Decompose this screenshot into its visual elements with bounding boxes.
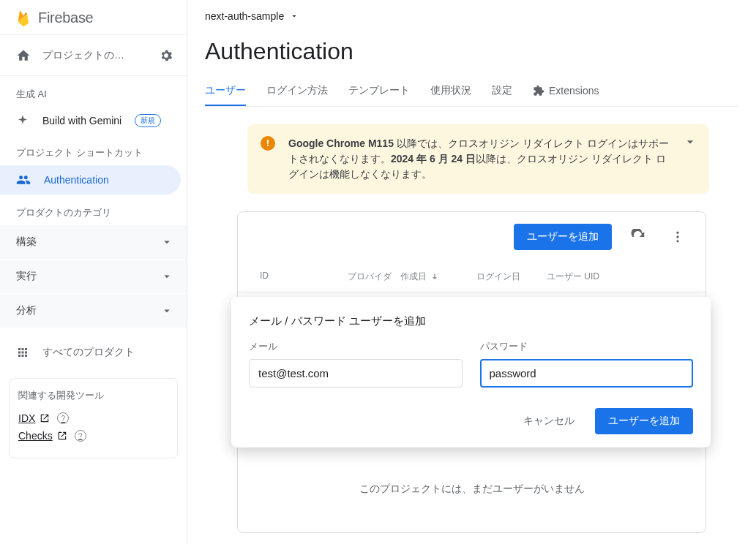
sidebar-item-all-products[interactable]: すべてのプロダクト [0,339,181,366]
category-build[interactable]: 構築 [0,225,187,260]
col-provider[interactable]: プロバイダ [343,268,396,286]
tabs-row: ユーザー ログイン方法 テンプレート 使用状況 設定 Extensions [205,77,738,107]
project-selector[interactable]: next-auth-sample [205,0,738,32]
gear-icon[interactable] [159,48,173,63]
col-created-label: 作成日 [400,271,427,283]
refresh-button[interactable] [625,224,651,250]
home-icon [16,48,31,63]
category-analyze[interactable]: 分析 [0,294,187,328]
svg-point-2 [676,240,678,242]
col-login[interactable]: ログイン日 [472,268,542,286]
authentication-label: Authentication [44,174,109,186]
col-created[interactable]: 作成日 [396,268,472,286]
tab-usage[interactable]: 使用状況 [430,77,471,106]
tool-link-checks[interactable]: Checks ? [18,430,168,442]
svg-point-1 [676,235,678,238]
email-field-label: メール [249,340,463,353]
password-field-label: パスワード [480,340,694,353]
chevron-down-icon [160,270,173,283]
col-uid[interactable]: ユーザー UID [542,268,688,286]
tab-signin-method[interactable]: ログイン方法 [266,77,328,106]
checks-label: Checks [18,430,53,442]
card-toolbar: ユーザーを追加 [238,212,706,262]
project-overview-label: プロジェクトの… [42,49,124,62]
submit-add-user-button[interactable]: ユーザーを追加 [595,408,693,434]
help-icon[interactable]: ? [75,430,86,442]
chevron-down-icon[interactable] [683,135,697,149]
apps-grid-icon [16,346,29,359]
warning-bold1: Google Chrome M115 [288,137,394,149]
main-content: next-auth-sample Authentication ユーザー ログイ… [187,0,756,544]
firebase-logo-row[interactable]: Firebase [0,0,187,35]
warning-banner: ! Google Chrome M115 以降では、クロスオリジン リダイレクト… [247,124,709,194]
dropdown-caret-icon [290,12,299,20]
people-icon [16,173,31,187]
sidebar-item-authentication[interactable]: Authentication [0,165,181,194]
section-shortcuts-label: プロジェクト ショートカット [0,135,187,165]
tab-extensions[interactable]: Extensions [533,78,599,105]
password-field[interactable] [480,359,694,388]
section-ai-label: 生成 AI [0,76,187,107]
new-badge: 新規 [135,114,161,127]
add-user-dialog: メール / パスワード ユーザーを追加 メール パスワード キャンセル ユーザー… [231,297,711,447]
external-link-icon [40,413,50,423]
category-analyze-label: 分析 [16,304,37,317]
tab-settings[interactable]: 設定 [492,77,512,106]
project-selector-label: next-auth-sample [205,10,284,22]
warning-bold2: 2024 年 6 月 24 日 [391,153,476,165]
sort-down-icon [430,272,440,282]
category-build-label: 構築 [16,235,37,249]
help-icon[interactable]: ? [57,412,69,424]
add-user-button[interactable]: ユーザーを追加 [514,224,612,250]
warning-icon: ! [261,136,275,151]
cancel-button[interactable]: キャンセル [514,409,583,434]
dev-tools-title: 関連する開発ツール [18,389,168,402]
sidebar: Firebase プロジェクトの… 生成 AI Build with Gemin… [0,0,187,544]
col-id[interactable]: ID [255,268,343,286]
chevron-down-icon [160,304,173,317]
extensions-icon [533,85,544,97]
firebase-flame-icon [16,9,31,28]
idx-label: IDX [18,412,35,424]
sparkle-icon [16,114,29,127]
sidebar-item-gemini[interactable]: Build with Gemini 新規 [0,107,181,135]
svg-point-0 [676,232,678,234]
tab-templates[interactable]: テンプレート [348,77,410,106]
category-run[interactable]: 実行 [0,260,187,294]
firebase-wordmark: Firebase [38,10,93,26]
extensions-label: Extensions [549,85,599,97]
section-categories-label: プロダクトのカテゴリ [0,194,187,225]
tab-users[interactable]: ユーザー [205,77,246,106]
category-run-label: 実行 [16,270,37,283]
email-field[interactable] [249,359,463,388]
external-link-icon [57,431,67,441]
table-header: ID プロバイダ 作成日 ログイン日 ユーザー UID [238,262,706,292]
chevron-down-icon [160,235,173,249]
project-overview-row[interactable]: プロジェクトの… [0,35,187,76]
dev-tools-box: 関連する開発ツール IDX ? Checks ? [9,378,178,458]
tool-link-idx[interactable]: IDX ? [18,412,168,424]
gemini-label: Build with Gemini [42,115,121,126]
page-title: Authentication [205,32,738,77]
dialog-title: メール / パスワード ユーザーを追加 [249,314,693,328]
all-products-label: すべてのプロダクト [42,346,135,359]
more-menu-button[interactable] [665,224,691,250]
